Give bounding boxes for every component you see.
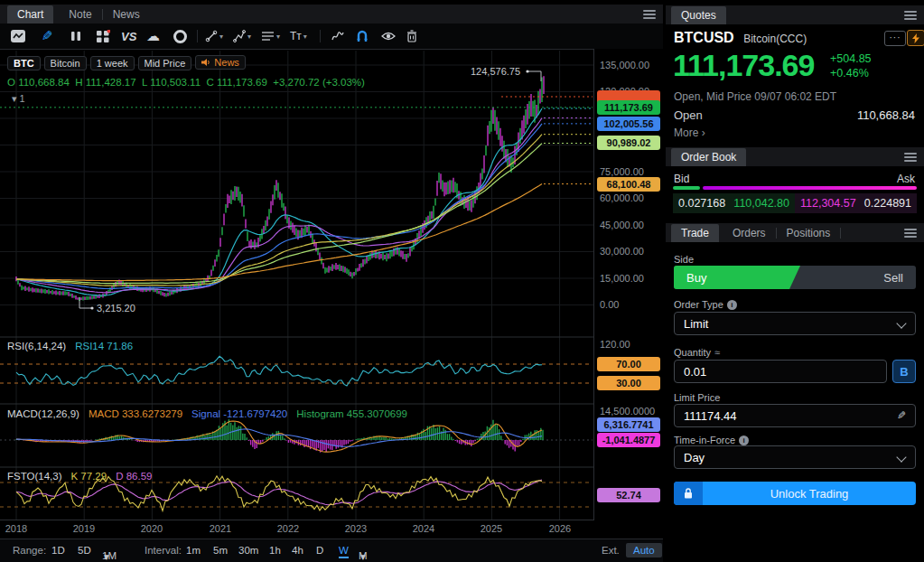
fsto-header[interactable]: FSTO(14,3)K 77.29D 86.59 bbox=[7, 471, 161, 482]
symbol-chip[interactable]: BTC bbox=[7, 56, 41, 70]
tab-chart[interactable]: Chart bbox=[7, 5, 53, 23]
text-tool-icon[interactable]: Tт▾ bbox=[290, 28, 307, 44]
multipoint-tool-icon[interactable]: ▾ bbox=[233, 28, 251, 44]
tab-positions[interactable]: Positions bbox=[777, 224, 841, 242]
x-axis-year: 2022 bbox=[273, 523, 303, 534]
interval-30m[interactable]: 30m bbox=[238, 545, 258, 556]
sell-button[interactable]: Sell bbox=[883, 266, 916, 289]
cloud-icon[interactable]: ☁ bbox=[146, 28, 160, 44]
rsi-header[interactable]: RSI(6,14,24)RSI14 71.86 bbox=[7, 341, 142, 351]
compare-icon[interactable]: VS bbox=[121, 28, 136, 44]
axis-tick: 30,000.00 bbox=[600, 246, 644, 257]
x-axis-year: 2025 bbox=[476, 523, 507, 534]
bid-size: 0.027168 bbox=[678, 197, 725, 210]
lightning-icon[interactable] bbox=[907, 30, 924, 46]
quote-symbol-row: BTCUSD Bitcoin(CCC) bbox=[674, 30, 807, 46]
fsto-pill: 52.74 bbox=[597, 488, 660, 502]
freehand-draw-icon[interactable] bbox=[331, 28, 345, 44]
chart-panel: Chart Note News ✎ VS ☁ bbox=[0, 0, 663, 562]
chart-tabbar: Chart Note News bbox=[0, 5, 663, 23]
hlines-tool-icon[interactable]: ▾ bbox=[261, 28, 280, 44]
approx-icon: ≈ bbox=[714, 347, 720, 358]
auto-toggle[interactable]: Auto bbox=[626, 543, 662, 557]
ma-pill-lightgreen: 90,989.02 bbox=[597, 136, 660, 150]
interval-1m[interactable]: 1m bbox=[186, 545, 201, 556]
x-axis-year: 2023 bbox=[341, 523, 371, 534]
symbol-chip-row: BTCBitcoin1 weekMid PriceNews bbox=[7, 54, 249, 70]
layout-grid-icon[interactable] bbox=[96, 28, 110, 44]
macd-neg-pill: -1,041.4877 bbox=[597, 433, 660, 447]
orderbook-menu-icon[interactable] bbox=[904, 153, 917, 162]
quantity-input[interactable]: 0.01 bbox=[674, 360, 887, 383]
interval-w-active[interactable]: W bbox=[339, 545, 349, 558]
quote-name: Bitcoin(CCC) bbox=[743, 33, 807, 45]
ask-price[interactable]: 112,304.57 bbox=[800, 197, 856, 210]
interval-5m[interactable]: 5m bbox=[213, 545, 228, 556]
x-axis-year: 2019 bbox=[69, 523, 99, 534]
quote-open-label: Open bbox=[674, 108, 703, 122]
ohlc-readout: O 110,668.84 H 111,428.17 L 110,503.11 C… bbox=[7, 77, 365, 88]
x-axis-year: 2026 bbox=[545, 523, 575, 534]
symbol-name-chip[interactable]: Bitcoin bbox=[44, 56, 87, 70]
chart-style-icon[interactable] bbox=[11, 28, 25, 44]
tab-quotes[interactable]: Quotes bbox=[671, 6, 726, 24]
chart-canvas[interactable] bbox=[0, 49, 594, 520]
draw-pencil-icon[interactable]: ✎ bbox=[42, 28, 53, 44]
tab-news[interactable]: News bbox=[103, 5, 150, 23]
toolbar-separator bbox=[320, 30, 321, 42]
quote-more-options-icon[interactable]: ··· bbox=[884, 31, 906, 46]
order-type-select[interactable]: Limit bbox=[674, 312, 916, 335]
macd-header[interactable]: MACD(12,26,9)MACD 333.6273279Signal -121… bbox=[7, 408, 416, 419]
range-5d[interactable]: 5D bbox=[78, 545, 91, 556]
trendline-tool-icon[interactable]: ▾ bbox=[205, 28, 223, 44]
bid-label: Bid bbox=[674, 173, 689, 185]
axis-tick: 135,000.00 bbox=[600, 60, 649, 70]
interval-d[interactable]: D bbox=[316, 545, 323, 556]
tab-orders[interactable]: Orders bbox=[723, 224, 776, 242]
interval-4h[interactable]: 4h bbox=[292, 545, 303, 556]
panel-menu-icon[interactable] bbox=[643, 10, 656, 19]
tab-note[interactable]: Note bbox=[59, 5, 101, 23]
buy-button[interactable]: Buy bbox=[674, 266, 800, 289]
trading-app: Chart Note News ✎ VS ☁ bbox=[0, 0, 924, 562]
trash-icon[interactable] bbox=[406, 28, 417, 44]
tab-order-book[interactable]: Order Book bbox=[671, 148, 746, 166]
candles-icon[interactable] bbox=[70, 28, 81, 44]
ask-label: Ask bbox=[897, 173, 915, 185]
period-chip[interactable]: 1 week bbox=[90, 56, 135, 70]
info-icon[interactable]: i bbox=[727, 300, 737, 310]
trade-menu-icon[interactable] bbox=[904, 229, 917, 238]
quotes-tabbar: Quotes bbox=[666, 5, 924, 24]
magnet-icon[interactable] bbox=[356, 28, 369, 44]
chart-bottom-bar: Range: 1D 5D 1M ▾ Interval: 1m 5m 30m 1h… bbox=[0, 539, 663, 562]
range-label: Range: bbox=[13, 545, 46, 556]
interval-1h[interactable]: 1h bbox=[269, 545, 281, 556]
last-price-pill: 111,173.69 bbox=[597, 100, 660, 115]
quotes-menu-icon[interactable] bbox=[904, 11, 917, 20]
rsi-lower-pill: 30.00 bbox=[597, 376, 660, 390]
info-icon[interactable]: i bbox=[739, 436, 749, 445]
bid-price[interactable]: 110,042.80 bbox=[733, 197, 789, 210]
tab-trade[interactable]: Trade bbox=[671, 224, 719, 242]
tif-select[interactable]: Day bbox=[674, 445, 916, 469]
eye-icon[interactable] bbox=[381, 28, 396, 44]
news-chip[interactable]: News bbox=[195, 55, 246, 70]
ext-toggle[interactable]: Ext. bbox=[602, 545, 620, 556]
range-1d[interactable]: 1D bbox=[51, 545, 65, 556]
quote-more-link[interactable]: More › bbox=[674, 126, 705, 139]
edit-pencil-icon[interactable]: ✎ bbox=[897, 409, 906, 422]
side-label: Side bbox=[674, 254, 694, 265]
rsi-axis-top: 120.00 bbox=[600, 339, 630, 350]
unlock-trading-button[interactable]: Unlock Trading bbox=[674, 482, 916, 505]
axis-tick: 60,000.00 bbox=[600, 192, 644, 203]
chevron-down-icon bbox=[896, 318, 906, 328]
x-axis-year: 2018 bbox=[1, 523, 32, 534]
indicator-icon[interactable] bbox=[173, 28, 187, 44]
ma-pill-orange: 68,100.48 bbox=[597, 177, 660, 192]
collapsed-indicator[interactable]: ▾ 1 bbox=[12, 93, 25, 105]
depth-bar bbox=[673, 186, 917, 190]
limit-price-input[interactable]: 111174.44✎ bbox=[674, 404, 916, 427]
price-type-chip[interactable]: Mid Price bbox=[138, 56, 192, 70]
denomination-button[interactable]: B bbox=[892, 360, 916, 383]
limit-price-label: Limit Price bbox=[674, 392, 720, 403]
